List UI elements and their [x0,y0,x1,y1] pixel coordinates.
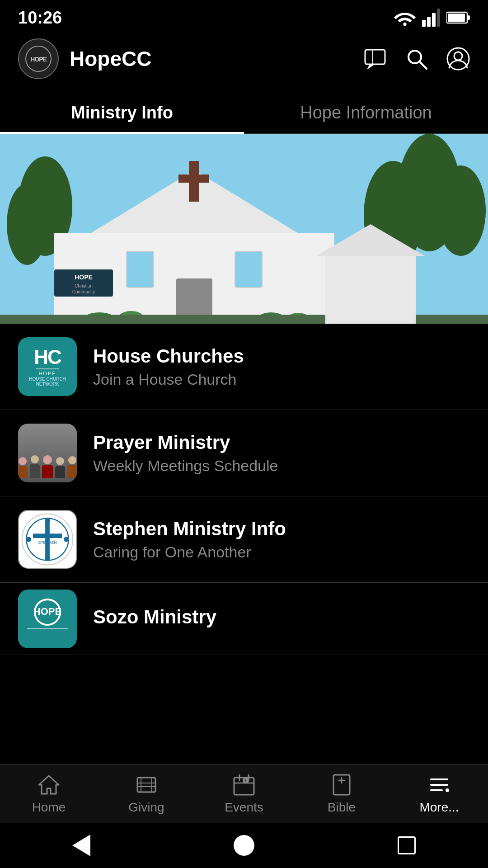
content-area: HC HOPE HOUSE CHURCH NETWORK House Churc… [0,324,488,759]
bottom-nav: Home Giving ! Events Bible [0,764,488,823]
app-header: HOPE HopeCC [0,32,488,86]
list-item-sozo-ministry[interactable]: HOPE Sozo Ministry [0,583,488,655]
svg-rect-27 [235,251,262,288]
sozo-ministry-title: Sozo Ministry [93,606,470,628]
list-item-prayer-ministry[interactable]: Prayer Ministry Weekly Meetings Schedule [0,410,488,496]
svg-point-20 [436,165,486,256]
svg-text:Christian: Christian [75,283,92,288]
svg-rect-6 [468,15,470,20]
svg-rect-25 [178,175,209,183]
status-time: 10:26 [18,8,62,28]
svg-text:HOPE: HOPE [30,56,47,63]
svg-rect-46 [33,533,62,538]
svg-point-15 [454,52,462,60]
stephen-ministry-title: Stephen Ministry Info [93,518,470,540]
svg-rect-56 [137,778,155,792]
svg-text:HOPE: HOPE [33,606,61,617]
tab-hope-information[interactable]: Hope Information [244,90,488,133]
status-bar: 10:26 [0,0,488,32]
nav-item-home[interactable]: Home [0,764,98,823]
svg-point-18 [7,184,47,265]
app-title: HopeCC [70,47,151,71]
nav-label-events: Events [225,800,263,815]
svg-rect-9 [365,50,385,64]
events-icon: ! [232,773,256,797]
svg-text:HOPE: HOPE [75,274,93,281]
header-left: HOPE HopeCC [18,38,151,79]
nav-label-giving: Giving [128,800,164,815]
svg-point-48 [45,556,50,561]
svg-rect-0 [422,20,426,27]
prayer-ministry-text: Prayer Ministry Weekly Meetings Schedule [93,432,470,475]
bible-icon [330,773,353,797]
nav-item-more[interactable]: More... [390,764,488,823]
house-churches-title: House Churches [93,345,470,367]
svg-rect-55 [27,628,68,629]
svg-rect-26 [127,251,154,288]
svg-point-47 [45,518,50,524]
prayer-ministry-subtitle: Weekly Meetings Schedule [93,457,470,475]
stephen-ministry-icon: STEPHEN [18,510,77,569]
profile-icon[interactable] [446,47,470,71]
nav-item-bible[interactable]: Bible [293,764,390,823]
status-icons [394,9,470,27]
nav-item-events[interactable]: ! Events [195,764,293,823]
home-icon [37,773,61,797]
svg-text:!: ! [245,778,247,783]
church-image: HOPE Christian Community [0,134,488,324]
list-item-house-churches[interactable]: HC HOPE HOUSE CHURCH NETWORK House Churc… [0,324,488,410]
back-button[interactable] [68,832,95,859]
svg-point-49 [26,537,32,542]
wifi-icon [394,9,416,26]
nav-label-home: Home [32,800,66,815]
chat-icon[interactable] [363,47,387,71]
prayer-ministry-icon [18,424,77,482]
tabs: Ministry Info Hope Information [0,90,488,134]
nav-label-bible: Bible [328,800,356,815]
svg-rect-1 [427,17,431,27]
signal-icon [422,9,440,27]
nav-item-giving[interactable]: Giving [98,764,195,823]
sozo-ministry-text: Sozo Ministry [93,606,470,632]
svg-rect-2 [432,13,436,27]
tab-ministry-info[interactable]: Ministry Info [0,90,244,133]
search-icon[interactable] [405,47,428,71]
giving-icon [135,773,158,797]
stephen-ministry-text: Stephen Ministry Info Caring for One Ano… [93,518,470,561]
svg-rect-5 [448,14,465,22]
house-churches-subtitle: Join a House Church [93,371,470,388]
home-button[interactable] [230,832,258,859]
svg-rect-52 [18,590,77,648]
prayer-ministry-title: Prayer Ministry [93,432,470,453]
svg-rect-41 [325,256,416,324]
header-actions [363,47,470,71]
nav-label-more: More... [419,800,459,815]
svg-rect-10 [372,50,373,64]
svg-line-13 [419,61,427,69]
svg-text:Community: Community [72,289,95,294]
svg-rect-3 [437,9,440,27]
list-item-stephen-ministry[interactable]: STEPHEN Stephen Ministry Info Caring for… [0,496,488,583]
svg-rect-57 [141,778,152,792]
svg-rect-45 [45,522,50,557]
house-churches-icon: HC HOPE HOUSE CHURCH NETWORK [18,337,77,396]
more-icon [427,773,451,797]
svg-text:STEPHEN: STEPHEN [38,540,56,545]
svg-point-14 [447,48,469,70]
sozo-ministry-icon: HOPE [18,590,77,648]
recents-button[interactable] [393,832,420,859]
svg-point-50 [64,537,69,542]
svg-point-73 [446,789,448,791]
app-logo: HOPE [18,38,59,79]
stephen-ministry-subtitle: Caring for One Another [93,543,470,561]
house-churches-text: House Churches Join a House Church [93,345,470,388]
svg-marker-11 [367,64,375,70]
battery-icon [446,11,470,24]
system-nav [0,823,488,868]
